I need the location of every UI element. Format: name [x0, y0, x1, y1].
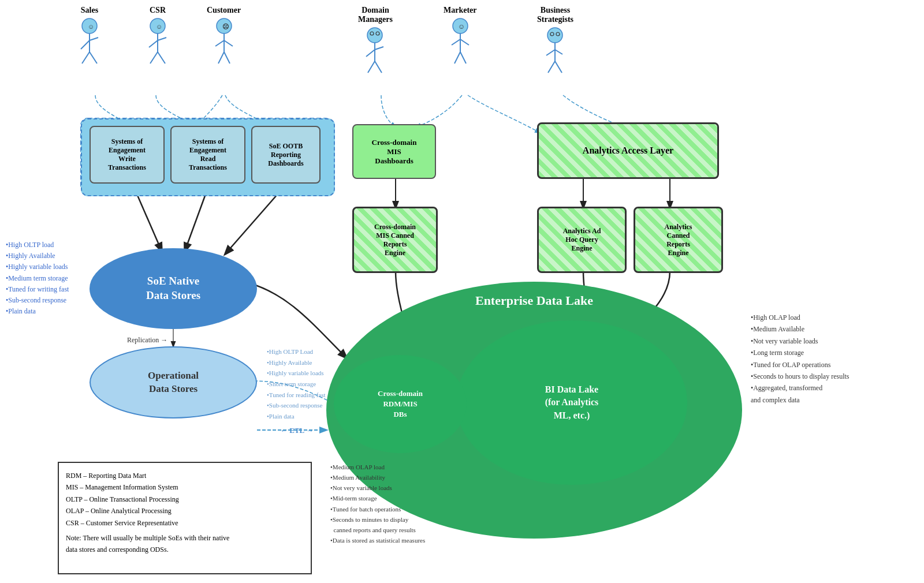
person-domain-managers: DomainManagers — [358, 6, 393, 79]
person-marketer: Marketer ☺ — [444, 6, 477, 69]
svg-line-11 — [81, 40, 90, 49]
legend-box: RDM – Reporting Data Mart MIS – Manageme… — [58, 462, 312, 574]
business-strategists-label: BusinessStrategists — [537, 6, 573, 24]
business-strategists-figure — [539, 27, 571, 79]
cross-domain-mis-canned-label: Cross-domain MIS Canned Reports Engine — [374, 223, 416, 257]
legend-note2: data stores and corresponding ODSs. — [66, 544, 304, 555]
rdm-notes: •Medium OLAP load •Medium Availability •… — [330, 462, 425, 545]
svg-line-21 — [158, 52, 165, 63]
soe-read-label: Systems of Engagement Read Transactions — [189, 137, 227, 172]
soe-ootb-label: SoE OOTB Reporting Dashboards — [268, 142, 303, 168]
soe-native-notes: •High OLTP load •Highly Available •Highl… — [6, 240, 69, 317]
person-csr: CSR ☺ — [143, 6, 172, 69]
svg-line-33 — [366, 50, 375, 57]
enterprise-data-lake-label: Enterprise Data Lake — [326, 293, 742, 308]
bi-data-lake-ellipse: BI Data Lake(for AnalyticsML, etc.) — [456, 320, 687, 485]
soe-native-ellipse: SoE NativeData Stores — [90, 248, 257, 329]
svg-line-35 — [368, 61, 375, 73]
legend-oltp: OLTP – Online Transactional Processing — [66, 494, 304, 505]
legend-note: Note: There will usually be multiple SoE… — [66, 532, 304, 544]
cross-domain-mis-canned-box: Cross-domain MIS Canned Reports Engine — [352, 207, 438, 273]
soe-write-box: Systems of Engagement Write Transactions — [90, 126, 165, 184]
analytics-canned-label: Analytics Canned Reports Engine — [665, 223, 692, 257]
svg-line-50 — [548, 61, 555, 73]
svg-line-51 — [555, 61, 562, 73]
analytics-canned-box: Analytics Canned Reports Engine — [634, 207, 723, 273]
cross-domain-rdm-ellipse: Cross-domainRDM/MISDBs — [334, 355, 467, 453]
soe-native-label: SoE NativeData Stores — [146, 274, 200, 302]
svg-line-28 — [224, 52, 230, 63]
svg-line-12 — [90, 38, 98, 40]
svg-line-36 — [375, 61, 382, 73]
svg-line-13 — [82, 52, 90, 63]
sales-label: Sales — [81, 6, 98, 15]
cross-domain-mis-box: Cross-domain MIS Dashboards — [352, 124, 436, 179]
person-business-strategists: BusinessStrategists — [537, 6, 573, 79]
legend-olap: OLAP – Online Analytical Processing — [66, 505, 304, 517]
ops-ds-notes: •High OLTP Load •Highly Available •Highl… — [267, 346, 326, 422]
svg-line-49 — [555, 50, 562, 54]
svg-point-29 — [367, 28, 382, 43]
person-sales: Sales ☺ — [75, 6, 104, 69]
replication-label: Replication → — [127, 336, 167, 345]
analytics-adhoc-label: Analytics Ad Hoc Query Engine — [563, 227, 601, 253]
operational-ds-label: OperationalData Stores — [148, 369, 199, 395]
svg-text:☺: ☺ — [156, 23, 162, 30]
svg-line-40 — [452, 39, 460, 45]
etl-label: ← ETL → — [280, 426, 314, 435]
svg-line-18 — [149, 40, 158, 47]
domain-managers-label: DomainManagers — [358, 6, 393, 24]
marketer-label: Marketer — [444, 6, 477, 15]
svg-line-27 — [218, 52, 224, 63]
svg-line-14 — [90, 52, 97, 63]
svg-line-26 — [224, 40, 233, 46]
svg-line-42 — [454, 52, 460, 63]
bi-data-lake-label: BI Data Lake(for AnalyticsML, etc.) — [545, 383, 599, 422]
legend-csr: CSR – Customer Service Representative — [66, 517, 304, 529]
svg-line-34 — [375, 47, 383, 50]
sales-figure: ☺ — [75, 17, 104, 69]
csr-label: CSR — [150, 6, 166, 15]
analytics-adhoc-box: Analytics Ad Hoc Query Engine — [537, 207, 627, 273]
analytics-access-layer-box: Analytics Access Layer — [537, 122, 719, 179]
domain-managers-figure — [359, 27, 391, 79]
marketer-figure: ☺ — [446, 17, 475, 69]
svg-line-19 — [158, 38, 166, 40]
legend-rdm: RDM – Reporting Data Mart — [66, 470, 304, 481]
svg-text:☺: ☺ — [458, 23, 465, 31]
soe-ootb-box: SoE OOTB Reporting Dashboards — [251, 126, 321, 184]
csr-figure: ☺ — [143, 17, 172, 69]
person-customer: Customer ☹ — [207, 6, 241, 69]
soe-read-box: Systems of Engagement Read Transactions — [170, 126, 245, 184]
legend-mis: MIS – Management Information System — [66, 481, 304, 493]
cross-domain-mis-label: Cross-domain MIS Dashboards — [372, 138, 417, 166]
svg-line-48 — [546, 50, 555, 55]
svg-text:☹: ☹ — [222, 23, 229, 30]
bi-lake-notes: •High OLAP load •Medium Available •Not v… — [751, 312, 850, 406]
customer-figure: ☹ — [210, 17, 239, 69]
svg-line-43 — [460, 52, 466, 63]
cross-domain-rdm-label: Cross-domainRDM/MISDBs — [378, 388, 423, 420]
soe-write-label: Systems of Engagement Write Transactions — [108, 137, 146, 172]
customer-label: Customer — [207, 6, 241, 15]
svg-text:☺: ☺ — [88, 23, 94, 30]
svg-line-20 — [150, 52, 158, 63]
operational-ds-ellipse: OperationalData Stores — [90, 346, 257, 418]
analytics-access-layer-label: Analytics Access Layer — [583, 145, 673, 156]
svg-line-25 — [215, 40, 224, 46]
svg-line-41 — [460, 39, 469, 45]
svg-point-44 — [547, 28, 562, 43]
